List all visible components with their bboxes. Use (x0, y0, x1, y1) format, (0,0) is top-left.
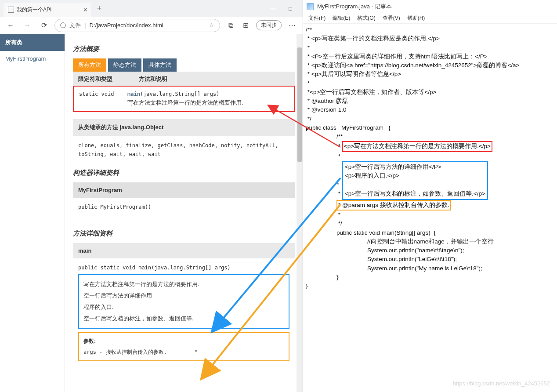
sidebar-class-link[interactable]: MyFirstProgram (0, 51, 65, 66)
notepad-titlebar: MyFirstProgram.java - 记事本 (303, 0, 557, 13)
code-line: * @version 1.0 (306, 105, 554, 114)
favorite-icon[interactable]: ☆ (209, 22, 214, 29)
forward-button[interactable]: → (21, 19, 33, 32)
page-icon (8, 7, 14, 13)
collections-icon[interactable]: ⊞ (239, 19, 252, 32)
code-line: //向控制台中输出name和age，并输出一个空行 (306, 237, 554, 246)
desc-line: 空一行后写文档的标注，如参数、返回值等. (83, 313, 284, 324)
minimize-button[interactable]: — (264, 2, 282, 15)
method-detail-description: 写在方法文档注释第一行的是方法的概要作用. 空一行后写方法的详细作用 程序的入口… (78, 274, 289, 329)
notepad-menubar: 文件(F) 编辑(E) 格式(O) 查看(V) 帮助(H) (303, 13, 557, 24)
code-line: <p>程序的入口.</p> (345, 172, 399, 179)
notepad-window: MyFirstProgram.java - 记事本 文件(F) 编辑(E) 格式… (303, 0, 557, 392)
code-line: * @author 彦磊 (306, 97, 554, 105)
desc-line: 程序的入口. (83, 301, 284, 313)
method-link-main[interactable]: main (127, 91, 140, 97)
url-scheme-label: 文件 (69, 22, 81, 29)
notepad-text-area[interactable]: /** * <p>写在类第一行的文档注释应是类的作用.</p> * * <P>空… (303, 24, 557, 392)
method-detail-name: main (73, 243, 295, 258)
code-line: * <p>写在类第一行的文档注释应是类的作用.</p> (306, 34, 554, 43)
code-line: */ (306, 219, 554, 228)
sync-button[interactable]: 未同步 (256, 20, 282, 30)
code-line: * <P>空一行后这里写类的详细作用，支持html语法比如写上：</P> (306, 52, 554, 61)
code-line: public static void main(String[] args) { (306, 229, 554, 237)
col-method: 方法和说明 (139, 75, 167, 83)
address-bar-row: ← → ⟳ ⓘ 文件 | D:/javaProject/doc/index.ht… (0, 17, 303, 34)
tab-all-methods[interactable]: 所有方法 (73, 58, 106, 72)
code-line: * (306, 152, 554, 161)
desc-line: 写在方法文档注释第一行的是方法的概要作用. (83, 279, 284, 290)
tab-static-methods[interactable]: 静态方法 (108, 58, 141, 72)
refresh-button[interactable]: ⟳ (38, 19, 50, 32)
method-detail-title: 方法详细资料 (73, 229, 295, 238)
asterisk: * (195, 348, 197, 355)
blue-highlight-block: * <p>空一行后写方法的详细作用</P> <p>程序的入口.</p> * <p… (306, 161, 554, 200)
notepad-icon (307, 3, 314, 10)
menu-help[interactable]: 帮助(H) (405, 14, 428, 23)
orange-highlight: * @param args 接收从控制台传入的参数. (306, 200, 554, 211)
method-summary-row: static void main(java.lang.String[] args… (73, 86, 295, 112)
desc-line: 空一行后写方法的详细作用 (83, 290, 284, 301)
code-line: * (306, 79, 554, 88)
code-line: } (306, 273, 554, 282)
scrollbar-thumb[interactable] (297, 47, 302, 162)
code-line: <p>空一行后写方法的详细作用</P> (345, 163, 441, 170)
url-path: D:/javaProject/doc/index.html (89, 22, 163, 29)
code-line: *<p>空一行后写文档标注，如作者、版本等</p> (306, 88, 554, 97)
read-mode-icon[interactable]: ⧉ (224, 19, 237, 32)
divider: | (84, 22, 86, 29)
code-line: System.out.println("LeiGe\t\t\t18"); (306, 255, 554, 264)
inherited-methods-header: 从类继承的方法 java.lang.Object (73, 119, 295, 136)
code-line: System.out.println("name\t\t\tage\n"); (306, 246, 554, 255)
browser-tab[interactable]: 我的第一个API ✕ (4, 3, 91, 17)
code-line: /** (306, 25, 554, 34)
code-line: */ (306, 115, 554, 123)
constructor-name: MyFirstProgram (73, 182, 295, 198)
col-modifier: 限定符和类型 (78, 75, 112, 83)
maximize-button[interactable]: □ (282, 2, 299, 15)
code-line: * <p>写在方法文档注释第一行的是方法的概要作用.</p> (306, 141, 554, 152)
method-detail-signature: public static void main(java.lang.String… (73, 258, 295, 274)
code-line: /** (306, 132, 554, 141)
menu-edit[interactable]: 编辑(E) (330, 14, 353, 23)
back-button[interactable]: ← (4, 19, 17, 32)
new-tab-button[interactable]: + (93, 2, 105, 15)
info-icon: ⓘ (60, 22, 66, 29)
tab-close-icon[interactable]: ✕ (83, 7, 88, 13)
code-line: * <p>欢迎访问<a href="https://blog.csdn.net/… (306, 61, 554, 70)
menu-view[interactable]: 查看(V) (380, 14, 403, 23)
method-summary-desc: 写在方法文档注释第一行的是方法的概要作用. (127, 99, 243, 107)
code-line: * (306, 211, 554, 219)
param-label: 参数: (83, 336, 284, 346)
menu-icon[interactable]: ⋯ (286, 21, 298, 29)
method-params-box: 参数: args - 接收从控制台传入的参数. * (78, 332, 289, 361)
red-highlight: <p>写在方法文档注释第一行的是方法的概要作用.</p> (342, 141, 492, 152)
code-line: * <p>其后可以写明作者等信息</p> (306, 70, 554, 79)
code-line: } (306, 282, 554, 290)
scrollbar-vertical[interactable] (297, 34, 303, 392)
method-summary-title: 方法概要 (73, 45, 295, 53)
method-table-header: 限定符和类型 方法和说明 (73, 72, 295, 87)
window-controls: — □ (264, 2, 299, 15)
code-line: public class MyFirstProgram { (306, 123, 554, 132)
method-signature: (java.lang.String[] args) (140, 91, 220, 97)
menu-format[interactable]: 格式(O) (354, 14, 378, 23)
menu-file[interactable]: 文件(F) (306, 14, 328, 23)
inherited-methods-list: clone, equals, finalize, getClass, hashC… (73, 136, 295, 164)
method-modifier: static void (79, 91, 127, 107)
javadoc-sidebar: 所有类 MyFirstProgram (0, 34, 65, 392)
tab-concrete-methods[interactable]: 具体方法 (143, 58, 177, 72)
watermark: https://blog.csdn.net/weixin_42452652 (453, 380, 550, 387)
code-line: * (306, 44, 554, 52)
notepad-title: MyFirstProgram.java - 记事本 (317, 3, 392, 11)
tab-title: 我的第一个API (17, 6, 51, 14)
address-bar[interactable]: ⓘ 文件 | D:/javaProject/doc/index.html ☆ (54, 19, 220, 32)
code-line: * (337, 181, 339, 188)
browser-tab-strip: 我的第一个API ✕ + — □ (0, 0, 303, 17)
code-line: <p>空一行后写文档的标注，如参数、返回值等.</p> (345, 190, 485, 197)
javadoc-content: 方法概要 所有方法 静态方法 具体方法 限定符和类型 方法和说明 static … (65, 34, 303, 392)
param-text: args - 接收从控制台传入的参数. (83, 349, 167, 355)
constructor-signature: public MyFirstProgram() (73, 198, 295, 216)
code-line: System.out.println("My name is LeiGe\t18… (306, 264, 554, 273)
constructor-detail-title: 构造器详细资料 (73, 169, 295, 177)
